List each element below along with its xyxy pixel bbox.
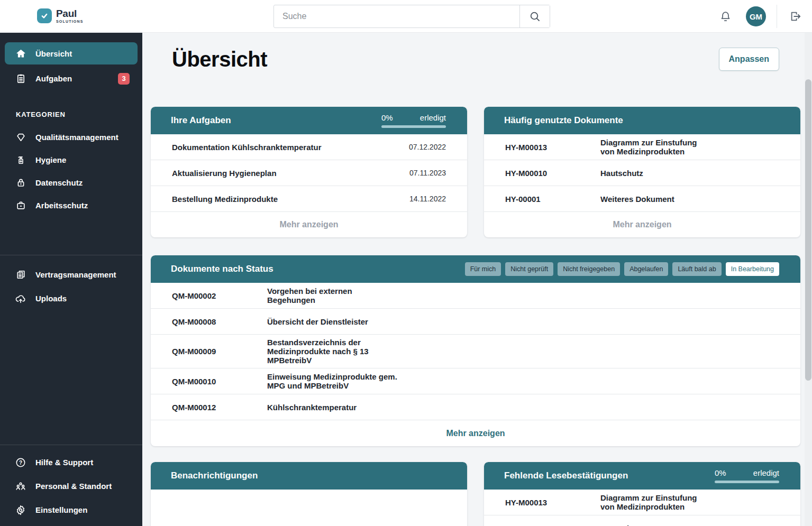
sidebar-item-uebersicht[interactable]: Übersicht (5, 42, 138, 64)
card-title: Häufig genutzte Dokumente (504, 115, 779, 126)
card-title: Dokumente nach Status (171, 264, 465, 274)
document-row[interactable]: HY-M00013 Diagramm zur Einstufung von Me… (484, 134, 800, 160)
sidebar-divider (0, 255, 142, 255)
document-row[interactable]: QM-M00008 Übersicht der Dienstleister (151, 309, 800, 335)
clipboard-icon (15, 73, 26, 85)
user-avatar[interactable]: GM (746, 6, 766, 26)
app-logo[interactable]: Paul SOLUTIONS (37, 8, 84, 23)
filter-chip-nicht-freigegeben[interactable]: Nicht freigegeben (558, 262, 620, 276)
filter-chip-fuer-mich[interactable]: Für mich (465, 262, 501, 276)
sidebar-item-datenschutz[interactable]: Datenschutz (0, 171, 142, 194)
logo-check-icon (37, 8, 52, 23)
logo-subtitle: SOLUTIONS (56, 20, 84, 23)
sidebar: Übersicht Aufgaben 3 KATEGORIEN Qualität… (0, 33, 142, 526)
sidebar-item-aufgaben[interactable]: Aufgaben 3 (0, 67, 142, 90)
sidebar-item-label: Uploads (35, 294, 67, 303)
status-filter-chips: Für mich Nicht geprüft Nicht freigegeben… (465, 262, 779, 276)
card-title: Benachrichtigungen (171, 470, 446, 481)
mehr-anzeigen-link[interactable]: Mehr anzeigen (151, 212, 467, 237)
sidebar-item-hilfe-support[interactable]: ? Hilfe & Support (0, 450, 142, 474)
sidebar-item-qualitaetsmanagement[interactable]: Qualitätsmanagement (0, 126, 142, 149)
sidebar-item-label: Hygiene (35, 155, 66, 164)
sidebar-item-label: Übersicht (35, 49, 72, 58)
progress-percent: 0% (715, 468, 726, 477)
sidebar-item-label: Personal & Standort (35, 482, 112, 491)
filter-chip-in-bearbeitung[interactable]: In Bearbeitung (726, 262, 779, 276)
logout-icon (789, 10, 802, 23)
logout-button[interactable] (783, 4, 808, 29)
document-row[interactable]: QM-M00010 Einweisung Medizinprodukte gem… (151, 368, 800, 394)
progress-label: erledigt (420, 113, 446, 122)
logo-brand: Paul (56, 8, 84, 19)
task-due-date: 14.11.2022 (409, 195, 446, 203)
notifications-empty-body (151, 490, 467, 526)
search-bar (273, 5, 550, 28)
topbar-divider (777, 5, 777, 28)
task-row[interactable]: Bestellung Medizinprodukte 14.11.2022 (151, 186, 467, 212)
task-row[interactable]: Dokumentation Kühlschranktemperatur 07.1… (151, 134, 467, 160)
filter-chip-nicht-geprueft[interactable]: Nicht geprüft (505, 262, 553, 276)
search-input[interactable] (274, 5, 519, 27)
sidebar-section-kategorien: KATEGORIEN (0, 110, 142, 118)
sidebar-item-einstellungen[interactable]: Einstellungen (0, 498, 142, 522)
top-bar: Paul SOLUTIONS GM (0, 0, 812, 33)
sidebar-item-label: Datenschutz (35, 178, 83, 187)
home-icon (15, 48, 26, 59)
sidebar-item-label: Vertragsmanagement (35, 270, 116, 279)
gem-icon (15, 132, 26, 143)
search-button[interactable] (519, 5, 550, 27)
sidebar-item-uploads[interactable]: Uploads (0, 287, 142, 310)
lock-icon (15, 177, 26, 189)
sidebar-item-hygiene[interactable]: Hygiene (0, 149, 142, 171)
search-icon (528, 10, 541, 23)
bell-icon (719, 10, 732, 23)
filter-chip-laeuft-bald-ab[interactable]: Läuft bald ab (672, 262, 721, 276)
sidebar-item-label: Hilfe & Support (35, 458, 93, 467)
card-title: Fehlende Lesebestätigungen (504, 470, 715, 481)
progress-label: erledigt (753, 468, 779, 477)
tasks-count-badge: 3 (118, 73, 130, 85)
mehr-anzeigen-link[interactable]: Mehr anzeigen (484, 212, 800, 237)
confirmations-progress: 0% erledigt (715, 468, 779, 483)
document-row[interactable]: HY-M00010 Hautschutz (484, 515, 800, 526)
help-circle-icon: ? (15, 457, 26, 468)
filter-chip-abgelaufen[interactable]: Abgelaufen (624, 262, 668, 276)
task-due-date: 07.11.2023 (409, 169, 446, 177)
sidebar-item-personal-standort[interactable]: Personal & Standort (0, 474, 142, 498)
page-title: Übersicht (172, 48, 267, 71)
document-row[interactable]: QM-M00012 Kühlschranktemperatur (151, 394, 800, 420)
documents-icon (15, 269, 26, 281)
topbar-actions: GM (713, 0, 808, 33)
page-scrollbar-thumb[interactable] (805, 79, 811, 381)
sidebar-item-label: Arbeitsschutz (35, 201, 88, 210)
document-row[interactable]: HY-M00010 Hautschutz (484, 160, 800, 186)
gear-icon (15, 504, 26, 516)
anpassen-button[interactable]: Anpassen (719, 48, 779, 71)
document-row[interactable]: QM-M00002 Vorgehen bei externen Begehung… (151, 283, 800, 309)
cloud-upload-icon (15, 293, 26, 304)
card-dokumente-nach-status: Dokumente nach Status Für mich Nicht gep… (151, 255, 800, 446)
sidebar-item-label: Einstellungen (35, 505, 87, 514)
card-title: Ihre Aufgaben (171, 115, 381, 126)
sidebar-item-arbeitsschutz[interactable]: Arbeitsschutz (0, 194, 142, 217)
document-row[interactable]: HY-M00013 Diagramm zur Einstufung von Me… (484, 490, 800, 515)
main-content: Übersicht Anpassen Ihre Aufgaben 0% erle… (142, 33, 812, 526)
sidebar-item-vertragsmanagement[interactable]: Vertragsmanagement (0, 263, 142, 287)
sanitizer-icon (15, 154, 26, 166)
toolbox-icon (15, 200, 26, 211)
document-row[interactable]: QM-M00009 Bestandsverzeichnis der Medizi… (151, 335, 800, 368)
sidebar-item-label: Qualitätsmanagement (35, 133, 118, 142)
page-scrollbar-track[interactable] (805, 33, 812, 526)
card-haeufig-genutzte-dokumente: Häufig genutzte Dokumente HY-M00013 Diag… (484, 107, 800, 237)
sidebar-item-label: Aufgaben (35, 74, 72, 83)
document-row[interactable]: HY-00001 Weiteres Dokument (484, 186, 800, 212)
notifications-button[interactable] (713, 4, 737, 29)
progress-percent: 0% (381, 113, 393, 122)
mehr-anzeigen-link[interactable]: Mehr anzeigen (151, 420, 800, 446)
card-fehlende-lesebestaetigungen: Fehlende Lesebestätigungen 0% erledigt H… (484, 462, 800, 526)
task-row[interactable]: Aktualisierung Hygieneplan 07.11.2023 (151, 160, 467, 186)
svg-text:?: ? (19, 459, 22, 465)
people-icon (15, 481, 26, 492)
tasks-progress: 0% erledigt (381, 113, 446, 128)
task-due-date: 07.12.2022 (409, 143, 446, 151)
